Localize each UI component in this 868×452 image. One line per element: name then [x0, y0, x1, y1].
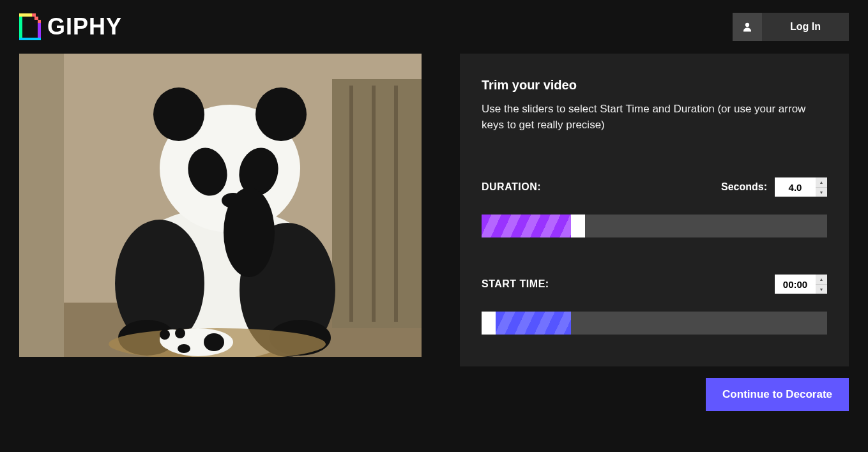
duration-slider-fill	[482, 215, 571, 237]
start-time-slider-handle[interactable]	[482, 312, 496, 335]
footer: Continue to Decorate	[0, 366, 868, 411]
brand-name: GIPHY	[47, 13, 122, 40]
giphy-logo-icon	[19, 13, 41, 40]
svg-point-7	[745, 23, 749, 27]
svg-rect-3	[19, 13, 33, 17]
start-time-stepper[interactable]: ▲ ▼	[816, 275, 827, 294]
main-content: Trim your video Use the sliders to selec…	[0, 54, 868, 366]
start-time-value: 00:00	[775, 279, 816, 290]
svg-rect-0	[19, 16, 22, 38]
svg-point-32	[204, 333, 224, 351]
login-button[interactable]: Log In	[733, 13, 849, 41]
seconds-label: Seconds:	[721, 181, 767, 193]
chevron-up-icon[interactable]: ▲	[816, 275, 827, 285]
start-time-slider[interactable]	[482, 312, 827, 335]
chevron-up-icon[interactable]: ▲	[816, 177, 827, 188]
chevron-down-icon[interactable]: ▼	[816, 285, 827, 294]
start-time-slider-fill	[496, 312, 571, 335]
duration-input[interactable]: 4.0 ▲ ▼	[775, 177, 827, 197]
trim-description: Use the sliders to select Start Time and…	[482, 102, 827, 133]
svg-point-19	[153, 87, 204, 141]
chevron-down-icon[interactable]: ▼	[816, 188, 827, 197]
duration-stepper[interactable]: ▲ ▼	[816, 177, 827, 197]
continue-button[interactable]: Continue to Decorate	[706, 378, 849, 411]
user-icon	[733, 13, 762, 41]
video-preview	[19, 54, 422, 357]
svg-point-30	[160, 329, 170, 340]
svg-point-20	[255, 87, 307, 141]
start-time-control: START TIME: 00:00 ▲ ▼	[482, 275, 827, 335]
svg-rect-6	[38, 20, 41, 23]
start-time-label: START TIME:	[482, 278, 549, 290]
svg-rect-1	[38, 22, 41, 38]
login-label: Log In	[762, 21, 849, 33]
duration-slider-handle[interactable]	[571, 215, 585, 237]
svg-rect-2	[19, 38, 41, 40]
svg-point-24	[224, 188, 275, 277]
svg-rect-4	[32, 13, 36, 17]
svg-rect-10	[19, 54, 64, 357]
duration-control: DURATION: Seconds: 4.0 ▲ ▼	[482, 177, 827, 237]
start-time-input[interactable]: 00:00 ▲ ▼	[775, 275, 827, 294]
trim-panel: Trim your video Use the sliders to selec…	[460, 54, 849, 366]
duration-slider[interactable]	[482, 215, 827, 237]
duration-value: 4.0	[775, 182, 816, 193]
duration-label: DURATION:	[482, 181, 541, 193]
header-bar: GIPHY Log In	[0, 0, 868, 54]
panda-illustration	[19, 54, 422, 357]
svg-rect-11	[332, 79, 422, 328]
svg-rect-5	[34, 17, 38, 20]
svg-point-31	[175, 328, 185, 338]
brand-logo[interactable]: GIPHY	[19, 13, 122, 40]
trim-title: Trim your video	[482, 78, 827, 93]
svg-point-33	[178, 344, 190, 353]
